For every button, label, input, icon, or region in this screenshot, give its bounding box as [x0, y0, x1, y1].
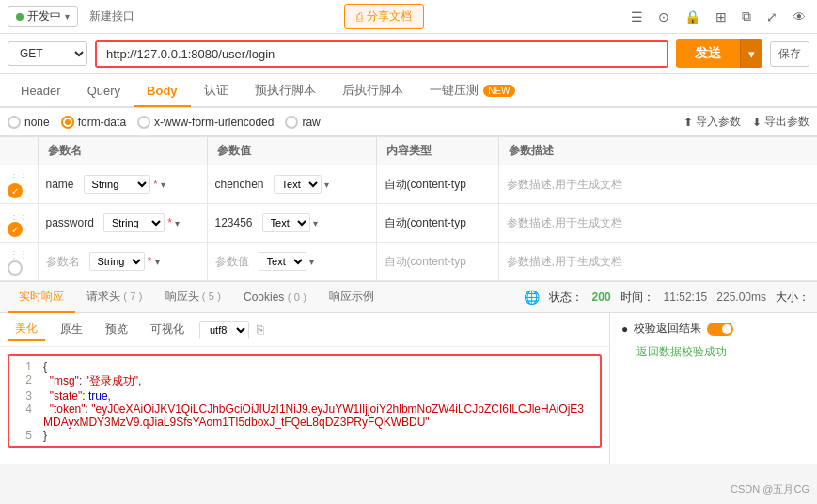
row2-checkbox[interactable]: ✓	[8, 222, 23, 237]
body-type-raw[interactable]: raw	[285, 116, 320, 129]
row3-value-type-select[interactable]: Text	[259, 252, 306, 271]
response-area: 实时响应 请求头 ( 7 ) 响应头 ( 5 ) Cookies ( 0 ) 响…	[0, 281, 817, 464]
resp-tab-realtime-label: 实时响应	[19, 290, 64, 303]
url-input[interactable]	[97, 42, 667, 66]
tab-auth[interactable]: 认证	[191, 74, 242, 108]
new-tab-button[interactable]: 新建接口	[84, 7, 140, 26]
row2-desc: 参数描述,用于生成文档	[507, 216, 622, 229]
new-tab-label: 新建接口	[89, 9, 134, 23]
key-token: "token"	[50, 402, 86, 416]
row1-type-chevron: ▾	[161, 180, 165, 190]
key-msg: "msg"	[50, 374, 79, 387]
status-label: 状态：	[549, 290, 583, 306]
row1-value-cell: chenchen TextFile ▾	[207, 165, 376, 204]
method-select[interactable]: GET POST PUT DELETE	[8, 41, 87, 66]
tab-body[interactable]: Body	[134, 76, 191, 107]
line-num-4: 4	[21, 402, 43, 429]
row2-name: password	[46, 216, 94, 229]
verify-toggle[interactable]	[707, 323, 733, 336]
share-button[interactable]: ⎙ 分享文档	[344, 4, 424, 29]
send-arrow-button[interactable]: ▾	[740, 39, 762, 68]
fmt-btn-visual[interactable]: 可视化	[143, 319, 192, 340]
verify-section: ● 校验返回结果 返回数据校验成功	[621, 321, 806, 360]
env-chevron-icon: ▾	[65, 11, 70, 22]
resp-tab-cookies-count: (	[288, 291, 291, 303]
row1-value-chevron: ▾	[324, 180, 329, 190]
row1-checkbox[interactable]: ✓	[8, 183, 23, 198]
fmt-btn-raw[interactable]: 原生	[53, 319, 90, 340]
top-bar-center: ⎙ 分享文档	[148, 4, 620, 29]
share-label: 分享文档	[367, 8, 412, 24]
radio-urlencoded	[137, 116, 150, 129]
response-tabs-bar: 实时响应 请求头 ( 7 ) 响应头 ( 5 ) Cookies ( 0 ) 响…	[0, 282, 817, 313]
fmt-btn-beautify[interactable]: 美化	[8, 318, 45, 341]
fmt-btn-preview[interactable]: 预览	[98, 319, 135, 340]
row2-check-cell: ⋮⋮ ✓	[0, 204, 38, 243]
resp-tab-resp-headers[interactable]: 响应头 ( 5 )	[154, 282, 233, 313]
tab-query[interactable]: Query	[74, 76, 134, 107]
row1-drag-handle[interactable]: ⋮⋮	[9, 172, 28, 182]
tab-stress[interactable]: 一键压测 NEW	[416, 74, 528, 108]
resp-tab-req-count: (	[123, 291, 127, 302]
duration-value: 225.00ms	[716, 291, 766, 304]
env-selector[interactable]: 开发中 ▾	[8, 6, 78, 27]
encoding-select[interactable]: utf8 gbk	[199, 321, 249, 339]
row1-desc-cell: 参数描述,用于生成文档	[498, 165, 817, 204]
body-type-urlencoded[interactable]: x-www-form-urlencoded	[137, 116, 274, 129]
tabs-bar: Header Query Body 认证 预执行脚本 后执行脚本 一键压测 NE…	[0, 74, 817, 108]
row1-type-select[interactable]: StringIntegerBoolean	[84, 175, 150, 194]
expand-icon[interactable]: ⤢	[762, 8, 781, 26]
tab-pre-script[interactable]: 预执行脚本	[242, 74, 329, 108]
menu-icon[interactable]: ☰	[627, 8, 647, 26]
val-state: true	[88, 389, 108, 402]
row3-drag-handle[interactable]: ⋮⋮	[9, 249, 28, 260]
upload-icon: ⬆	[683, 116, 693, 129]
resp-tab-resp-count-close: )	[217, 291, 221, 302]
resp-tab-realtime[interactable]: 实时响应	[8, 282, 75, 313]
status-area: 🌐 状态： 200 时间： 11:52:15 225.00ms 大小：	[524, 290, 809, 306]
save-button[interactable]: 保存	[770, 41, 809, 67]
grid-icon[interactable]: ⊞	[712, 8, 731, 26]
lock-icon[interactable]: 🔒	[681, 8, 704, 26]
resp-tab-resp-headers-label: 响应头	[165, 290, 199, 303]
resp-tab-cookies[interactable]: Cookies ( 0 )	[232, 284, 318, 312]
eye-icon[interactable]: 👁	[789, 8, 809, 26]
row2-name-cell: password StringInteger * ▾	[38, 204, 207, 243]
url-input-wrapper	[95, 40, 668, 68]
row2-drag-handle[interactable]: ⋮⋮	[9, 211, 28, 221]
clock-icon[interactable]: ⊙	[654, 8, 673, 26]
window-icon[interactable]: ⧉	[738, 7, 755, 26]
size-label: 大小：	[776, 290, 809, 306]
row2-value-type-select[interactable]: TextFile	[262, 213, 310, 232]
col-header-desc: 参数描述	[498, 137, 817, 165]
row3-desc-cell: 参数描述,用于生成文档	[498, 243, 817, 281]
copy-icon[interactable]: ⎘	[257, 323, 264, 337]
radio-raw	[285, 116, 298, 129]
row2-required: *	[167, 216, 172, 229]
row3-name-placeholder: 参数名	[46, 255, 80, 268]
tab-header[interactable]: Header	[8, 76, 74, 107]
top-bar-right: ☰ ⊙ 🔒 ⊞ ⧉ ⤢ 👁	[627, 7, 809, 26]
export-button[interactable]: ⬇ 导出参数	[752, 114, 809, 130]
code-line-4: 4 "token": "eyJ0eXAiOiJKV1QiLCJhbGciOiJI…	[13, 402, 596, 429]
row1-check-cell: ⋮⋮ ✓	[0, 165, 38, 204]
send-button[interactable]: 发送	[676, 39, 740, 68]
body-type-none[interactable]: none	[8, 116, 50, 129]
row1-value: chenchen	[215, 178, 264, 191]
resp-tab-req-headers[interactable]: 请求头 ( 7 )	[75, 282, 154, 313]
status-code: 200	[592, 291, 611, 304]
url-bar: GET POST PUT DELETE 发送 ▾ 保存	[0, 34, 817, 74]
world-icon: 🌐	[524, 290, 540, 305]
row2-type-select[interactable]: StringInteger	[103, 213, 165, 232]
row3-checkbox[interactable]	[8, 260, 23, 276]
resp-tab-cookies-label: Cookies	[244, 291, 284, 304]
row3-type-select[interactable]: String	[89, 252, 145, 271]
col-header-name: 参数名	[38, 137, 207, 165]
import-button[interactable]: ⬆ 导入参数	[683, 114, 741, 130]
resp-tab-examples[interactable]: 响应示例	[318, 282, 385, 313]
body-type-formdata[interactable]: form-data	[61, 116, 126, 129]
row1-value-type-select[interactable]: TextFile	[274, 175, 322, 194]
response-code-area: 1 { 2 "msg": "登录成功", 3 "state": true,	[0, 347, 609, 464]
tab-post-script[interactable]: 后执行脚本	[329, 74, 416, 108]
download-icon: ⬇	[752, 116, 762, 129]
